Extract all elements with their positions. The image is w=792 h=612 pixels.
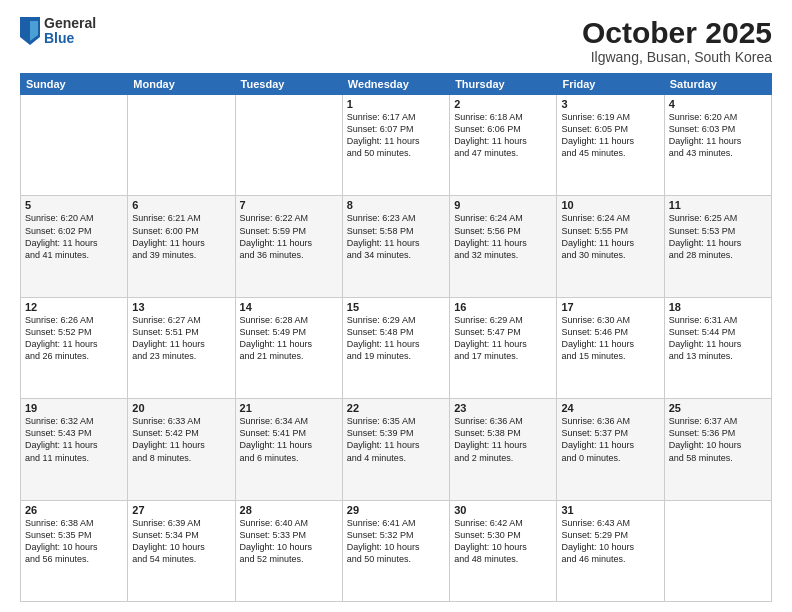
- calendar-header-friday: Friday: [557, 74, 664, 95]
- calendar-week-row: 12Sunrise: 6:26 AM Sunset: 5:52 PM Dayli…: [21, 297, 772, 398]
- calendar-cell: 7Sunrise: 6:22 AM Sunset: 5:59 PM Daylig…: [235, 196, 342, 297]
- day-number: 28: [240, 504, 338, 516]
- calendar-cell: [235, 95, 342, 196]
- day-number: 20: [132, 402, 230, 414]
- day-info: Sunrise: 6:35 AM Sunset: 5:39 PM Dayligh…: [347, 415, 445, 464]
- logo-text: General Blue: [44, 16, 96, 47]
- calendar-header-thursday: Thursday: [450, 74, 557, 95]
- logo-general-text: General: [44, 16, 96, 31]
- calendar-cell: 2Sunrise: 6:18 AM Sunset: 6:06 PM Daylig…: [450, 95, 557, 196]
- calendar-cell: 8Sunrise: 6:23 AM Sunset: 5:58 PM Daylig…: [342, 196, 449, 297]
- header: General Blue October 2025 Ilgwang, Busan…: [20, 16, 772, 65]
- day-number: 14: [240, 301, 338, 313]
- day-info: Sunrise: 6:39 AM Sunset: 5:34 PM Dayligh…: [132, 517, 230, 566]
- calendar-week-row: 26Sunrise: 6:38 AM Sunset: 5:35 PM Dayli…: [21, 500, 772, 601]
- day-info: Sunrise: 6:31 AM Sunset: 5:44 PM Dayligh…: [669, 314, 767, 363]
- calendar-cell: 15Sunrise: 6:29 AM Sunset: 5:48 PM Dayli…: [342, 297, 449, 398]
- calendar-cell: 13Sunrise: 6:27 AM Sunset: 5:51 PM Dayli…: [128, 297, 235, 398]
- day-number: 26: [25, 504, 123, 516]
- calendar-header-sunday: Sunday: [21, 74, 128, 95]
- title-block: October 2025 Ilgwang, Busan, South Korea: [582, 16, 772, 65]
- day-info: Sunrise: 6:18 AM Sunset: 6:06 PM Dayligh…: [454, 111, 552, 160]
- day-info: Sunrise: 6:28 AM Sunset: 5:49 PM Dayligh…: [240, 314, 338, 363]
- day-number: 12: [25, 301, 123, 313]
- day-number: 21: [240, 402, 338, 414]
- day-number: 5: [25, 199, 123, 211]
- location: Ilgwang, Busan, South Korea: [582, 49, 772, 65]
- calendar-table: SundayMondayTuesdayWednesdayThursdayFrid…: [20, 73, 772, 602]
- day-number: 7: [240, 199, 338, 211]
- day-number: 15: [347, 301, 445, 313]
- day-info: Sunrise: 6:22 AM Sunset: 5:59 PM Dayligh…: [240, 212, 338, 261]
- day-number: 24: [561, 402, 659, 414]
- day-info: Sunrise: 6:27 AM Sunset: 5:51 PM Dayligh…: [132, 314, 230, 363]
- calendar-header-wednesday: Wednesday: [342, 74, 449, 95]
- day-number: 4: [669, 98, 767, 110]
- day-info: Sunrise: 6:41 AM Sunset: 5:32 PM Dayligh…: [347, 517, 445, 566]
- day-info: Sunrise: 6:29 AM Sunset: 5:48 PM Dayligh…: [347, 314, 445, 363]
- day-info: Sunrise: 6:24 AM Sunset: 5:55 PM Dayligh…: [561, 212, 659, 261]
- day-number: 13: [132, 301, 230, 313]
- calendar-cell: 3Sunrise: 6:19 AM Sunset: 6:05 PM Daylig…: [557, 95, 664, 196]
- logo-icon: [20, 17, 40, 45]
- day-number: 8: [347, 199, 445, 211]
- calendar-cell: [128, 95, 235, 196]
- day-number: 31: [561, 504, 659, 516]
- day-number: 2: [454, 98, 552, 110]
- day-number: 17: [561, 301, 659, 313]
- calendar-week-row: 1Sunrise: 6:17 AM Sunset: 6:07 PM Daylig…: [21, 95, 772, 196]
- day-info: Sunrise: 6:21 AM Sunset: 6:00 PM Dayligh…: [132, 212, 230, 261]
- calendar-cell: 17Sunrise: 6:30 AM Sunset: 5:46 PM Dayli…: [557, 297, 664, 398]
- day-number: 30: [454, 504, 552, 516]
- day-info: Sunrise: 6:26 AM Sunset: 5:52 PM Dayligh…: [25, 314, 123, 363]
- day-number: 29: [347, 504, 445, 516]
- calendar-cell: 21Sunrise: 6:34 AM Sunset: 5:41 PM Dayli…: [235, 399, 342, 500]
- day-info: Sunrise: 6:17 AM Sunset: 6:07 PM Dayligh…: [347, 111, 445, 160]
- calendar-cell: 14Sunrise: 6:28 AM Sunset: 5:49 PM Dayli…: [235, 297, 342, 398]
- day-number: 6: [132, 199, 230, 211]
- calendar-cell: 20Sunrise: 6:33 AM Sunset: 5:42 PM Dayli…: [128, 399, 235, 500]
- day-number: 23: [454, 402, 552, 414]
- calendar-cell: 31Sunrise: 6:43 AM Sunset: 5:29 PM Dayli…: [557, 500, 664, 601]
- day-info: Sunrise: 6:20 AM Sunset: 6:02 PM Dayligh…: [25, 212, 123, 261]
- calendar-cell: 25Sunrise: 6:37 AM Sunset: 5:36 PM Dayli…: [664, 399, 771, 500]
- calendar-cell: 10Sunrise: 6:24 AM Sunset: 5:55 PM Dayli…: [557, 196, 664, 297]
- day-info: Sunrise: 6:42 AM Sunset: 5:30 PM Dayligh…: [454, 517, 552, 566]
- day-info: Sunrise: 6:38 AM Sunset: 5:35 PM Dayligh…: [25, 517, 123, 566]
- day-number: 1: [347, 98, 445, 110]
- calendar-cell: 5Sunrise: 6:20 AM Sunset: 6:02 PM Daylig…: [21, 196, 128, 297]
- calendar-cell: [664, 500, 771, 601]
- day-info: Sunrise: 6:29 AM Sunset: 5:47 PM Dayligh…: [454, 314, 552, 363]
- day-info: Sunrise: 6:32 AM Sunset: 5:43 PM Dayligh…: [25, 415, 123, 464]
- day-number: 27: [132, 504, 230, 516]
- day-number: 22: [347, 402, 445, 414]
- page: General Blue October 2025 Ilgwang, Busan…: [0, 0, 792, 612]
- calendar-week-row: 5Sunrise: 6:20 AM Sunset: 6:02 PM Daylig…: [21, 196, 772, 297]
- calendar-cell: 27Sunrise: 6:39 AM Sunset: 5:34 PM Dayli…: [128, 500, 235, 601]
- day-info: Sunrise: 6:36 AM Sunset: 5:37 PM Dayligh…: [561, 415, 659, 464]
- calendar-cell: 4Sunrise: 6:20 AM Sunset: 6:03 PM Daylig…: [664, 95, 771, 196]
- calendar-week-row: 19Sunrise: 6:32 AM Sunset: 5:43 PM Dayli…: [21, 399, 772, 500]
- calendar-cell: 12Sunrise: 6:26 AM Sunset: 5:52 PM Dayli…: [21, 297, 128, 398]
- calendar-cell: 6Sunrise: 6:21 AM Sunset: 6:00 PM Daylig…: [128, 196, 235, 297]
- calendar-header-monday: Monday: [128, 74, 235, 95]
- day-info: Sunrise: 6:19 AM Sunset: 6:05 PM Dayligh…: [561, 111, 659, 160]
- day-number: 25: [669, 402, 767, 414]
- calendar-cell: [21, 95, 128, 196]
- calendar-cell: 9Sunrise: 6:24 AM Sunset: 5:56 PM Daylig…: [450, 196, 557, 297]
- day-number: 10: [561, 199, 659, 211]
- calendar-header-tuesday: Tuesday: [235, 74, 342, 95]
- calendar-cell: 18Sunrise: 6:31 AM Sunset: 5:44 PM Dayli…: [664, 297, 771, 398]
- day-info: Sunrise: 6:36 AM Sunset: 5:38 PM Dayligh…: [454, 415, 552, 464]
- day-info: Sunrise: 6:30 AM Sunset: 5:46 PM Dayligh…: [561, 314, 659, 363]
- calendar-cell: 26Sunrise: 6:38 AM Sunset: 5:35 PM Dayli…: [21, 500, 128, 601]
- calendar-header-row: SundayMondayTuesdayWednesdayThursdayFrid…: [21, 74, 772, 95]
- day-info: Sunrise: 6:33 AM Sunset: 5:42 PM Dayligh…: [132, 415, 230, 464]
- logo: General Blue: [20, 16, 96, 47]
- day-info: Sunrise: 6:40 AM Sunset: 5:33 PM Dayligh…: [240, 517, 338, 566]
- calendar-cell: 30Sunrise: 6:42 AM Sunset: 5:30 PM Dayli…: [450, 500, 557, 601]
- day-number: 19: [25, 402, 123, 414]
- day-info: Sunrise: 6:23 AM Sunset: 5:58 PM Dayligh…: [347, 212, 445, 261]
- logo-blue-text: Blue: [44, 31, 96, 46]
- day-info: Sunrise: 6:24 AM Sunset: 5:56 PM Dayligh…: [454, 212, 552, 261]
